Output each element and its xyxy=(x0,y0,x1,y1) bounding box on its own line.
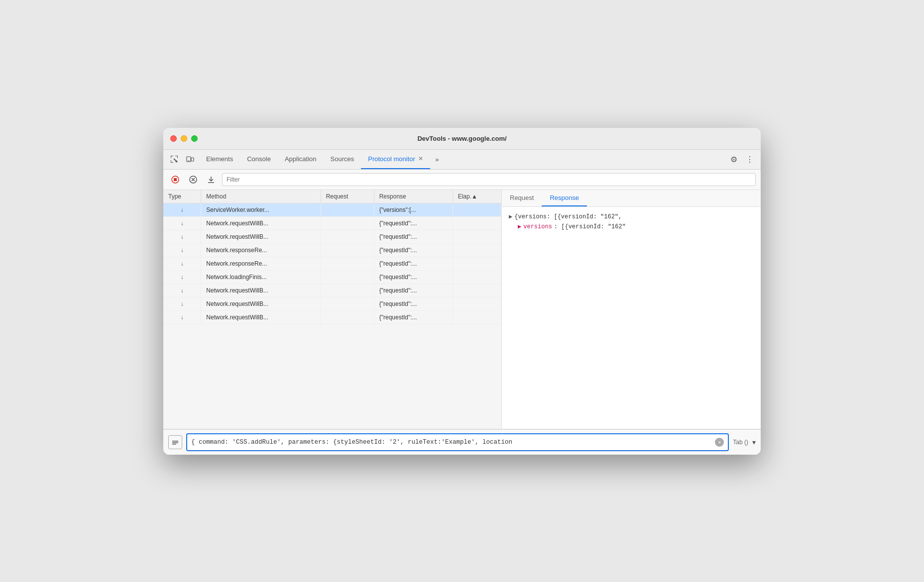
response-line-2: ▶ versions : [{versionId: "162" xyxy=(509,222,754,232)
tab-protocol-monitor[interactable]: Protocol monitor ✕ xyxy=(361,149,430,169)
cell-method: Network.responseRe... xyxy=(201,257,321,270)
protocol-table: Type Method Request Response Elap.▲ xyxy=(163,190,501,324)
table-row[interactable]: ↓ServiceWorker.worker...{"versions":[... xyxy=(163,203,501,216)
more-tabs-icon[interactable]: » xyxy=(430,152,444,166)
cell-response: {"requestId":... xyxy=(374,257,453,270)
table-row[interactable]: ↓Network.requestWillB...{"requestId":... xyxy=(163,310,501,324)
inspect-element-icon[interactable] xyxy=(167,152,181,166)
window-title: DevTools - www.google.com/ xyxy=(417,135,506,142)
download-button[interactable] xyxy=(204,173,218,187)
response-content: ▶ {versions: [{versionId: "162", ▶ versi… xyxy=(502,207,761,237)
cell-method: Network.requestWillB... xyxy=(201,310,321,324)
stop-recording-button[interactable] xyxy=(168,173,182,187)
cell-method: Network.loadingFinis... xyxy=(201,270,321,284)
response-line-1: ▶ {versions: [{versionId: "162", xyxy=(509,212,754,222)
cell-request xyxy=(321,230,374,243)
cell-type: ↓ xyxy=(163,243,201,257)
devtools-window: DevTools - www.google.com/ xyxy=(163,128,761,455)
clear-command-button[interactable]: × xyxy=(715,438,724,447)
minimize-button[interactable] xyxy=(181,135,187,142)
cell-elapsed xyxy=(453,243,501,257)
svg-rect-20 xyxy=(172,444,176,445)
command-input-wrapper: × xyxy=(186,433,729,451)
cell-request xyxy=(321,257,374,270)
cell-type: ↓ xyxy=(163,310,201,324)
cell-type: ↓ xyxy=(163,216,201,230)
response-tab-bar: Request Response xyxy=(502,190,761,207)
command-input[interactable] xyxy=(191,439,715,446)
device-toolbar-icon[interactable] xyxy=(183,152,197,166)
cell-response: {"requestId":... xyxy=(374,297,453,310)
col-type[interactable]: Type xyxy=(163,190,201,203)
title-bar: DevTools - www.google.com/ xyxy=(163,128,761,150)
console-toggle-button[interactable] xyxy=(168,435,182,449)
table-row[interactable]: ↓Network.requestWillB...{"requestId":... xyxy=(163,230,501,243)
svg-rect-19 xyxy=(172,442,178,443)
col-method[interactable]: Method xyxy=(201,190,321,203)
cell-type: ↓ xyxy=(163,297,201,310)
more-options-icon[interactable]: ⋮ xyxy=(743,152,757,166)
cell-method: Network.requestWillB... xyxy=(201,216,321,230)
dropdown-arrow-icon[interactable]: ▾ xyxy=(752,438,756,446)
cell-type: ↓ xyxy=(163,270,201,284)
col-request[interactable]: Request xyxy=(321,190,374,203)
left-panel: Type Method Request Response Elap.▲ xyxy=(163,190,502,429)
table-row[interactable]: ↓Network.responseRe...{"requestId":... xyxy=(163,243,501,257)
cell-response: {"requestId":... xyxy=(374,243,453,257)
cell-response: {"requestId":... xyxy=(374,270,453,284)
cell-request xyxy=(321,270,374,284)
bottom-bar: × Tab () ▾ xyxy=(163,429,761,455)
cell-type: ↓ xyxy=(163,257,201,270)
tab-close-icon[interactable]: ✕ xyxy=(418,155,423,162)
cell-elapsed xyxy=(453,284,501,297)
cell-request xyxy=(321,216,374,230)
svg-rect-1 xyxy=(171,156,171,158)
tab-console[interactable]: Console xyxy=(240,149,278,169)
table-row[interactable]: ↓Network.requestWillB...{"requestId":... xyxy=(163,216,501,230)
col-elapsed[interactable]: Elap.▲ xyxy=(453,190,501,203)
table-row[interactable]: ↓Network.loadingFinis...{"requestId":... xyxy=(163,270,501,284)
cell-request xyxy=(321,284,374,297)
cell-elapsed xyxy=(453,230,501,243)
table-row[interactable]: ↓Network.requestWillB...{"requestId":... xyxy=(163,284,501,297)
col-response[interactable]: Response xyxy=(374,190,453,203)
cell-method: Network.requestWillB... xyxy=(201,230,321,243)
cell-type: ↓ xyxy=(163,284,201,297)
filter-input[interactable] xyxy=(222,173,756,186)
cell-request xyxy=(321,203,374,216)
clear-button[interactable] xyxy=(186,173,200,187)
cell-response: {"requestId":... xyxy=(374,230,453,243)
cell-request xyxy=(321,297,374,310)
svg-rect-9 xyxy=(191,158,194,161)
cell-elapsed xyxy=(453,216,501,230)
cell-elapsed xyxy=(453,203,501,216)
tab-request[interactable]: Request xyxy=(502,190,542,206)
cell-response: {"versions":[... xyxy=(374,203,453,216)
cell-type: ↓ xyxy=(163,203,201,216)
cell-elapsed xyxy=(453,270,501,284)
cell-request xyxy=(321,243,374,257)
cell-type: ↓ xyxy=(163,230,201,243)
expand-arrow-2[interactable]: ▶ xyxy=(518,222,521,232)
close-button[interactable] xyxy=(170,135,177,142)
cell-method: Network.requestWillB... xyxy=(201,297,321,310)
tab-response[interactable]: Response xyxy=(542,190,587,206)
tab-hint: Tab () xyxy=(733,439,748,446)
table-row[interactable]: ↓Network.requestWillB...{"requestId":... xyxy=(163,297,501,310)
cell-elapsed xyxy=(453,310,501,324)
svg-rect-3 xyxy=(177,156,178,158)
split-container: Type Method Request Response Elap.▲ xyxy=(163,190,761,429)
maximize-button[interactable] xyxy=(191,135,198,142)
expand-arrow-1[interactable]: ▶ xyxy=(509,212,512,222)
tab-sources[interactable]: Sources xyxy=(324,149,361,169)
cell-request xyxy=(321,310,374,324)
right-panel: Request Response ▶ {versions: [{versionI… xyxy=(502,190,761,429)
tab-application[interactable]: Application xyxy=(278,149,324,169)
tab-navigation: Elements Console Application Sources Pro… xyxy=(199,149,725,169)
cell-response: {"requestId":... xyxy=(374,216,453,230)
cell-elapsed xyxy=(453,297,501,310)
cell-method: ServiceWorker.worker... xyxy=(201,203,321,216)
tab-elements[interactable]: Elements xyxy=(199,149,240,169)
settings-icon[interactable]: ⚙ xyxy=(727,152,741,166)
table-row[interactable]: ↓Network.responseRe...{"requestId":... xyxy=(163,257,501,270)
